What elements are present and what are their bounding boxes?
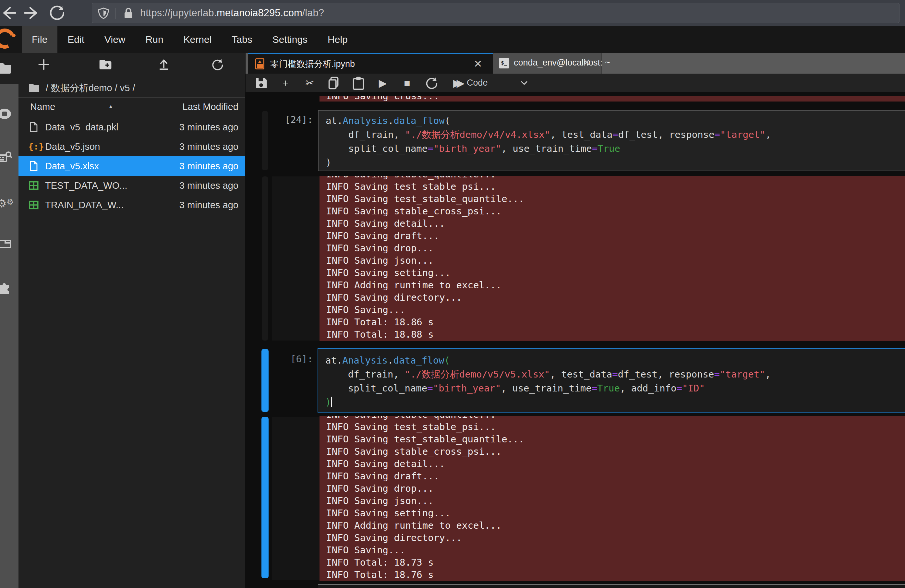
terminal-icon: $_ (499, 58, 509, 68)
output-line: INFO Saving draft... (326, 470, 905, 482)
sidebar-item-extension-manager[interactable] (0, 271, 19, 302)
output-line: INFO Saving... (326, 544, 905, 556)
app-logo-icon[interactable] (0, 25, 18, 51)
menu-item-file[interactable]: File (22, 26, 57, 53)
file-row[interactable]: {:}Data_v5.json3 minutes ago (19, 137, 245, 156)
active-code-cell[interactable]: at.Analysis.data_flow( df_train, "./数据分析… (318, 348, 905, 412)
menu-item-kernel[interactable]: Kernel (173, 26, 222, 53)
interrupt-kernel-button[interactable]: ■ (400, 76, 414, 90)
code-editor[interactable]: at.Analysis.data_flow( df_train, "./数据分析… (319, 111, 905, 170)
shield-icon[interactable] (98, 8, 109, 19)
output-line: INFO Saving directory... (326, 291, 905, 304)
output-collapser[interactable] (262, 176, 268, 341)
add-cell-button[interactable]: + (278, 76, 293, 90)
breadcrumb-path[interactable]: / 数据分析demo / v5 / (46, 81, 135, 95)
output-line: INFO Saving stable_quantile... (326, 176, 905, 180)
save-button[interactable] (254, 76, 268, 90)
new-folder-button[interactable] (98, 57, 113, 72)
notebook-icon (255, 59, 264, 70)
menu-item-run[interactable]: Run (136, 26, 173, 53)
chevron-down-icon[interactable] (521, 81, 528, 85)
paste-cells-button[interactable] (351, 76, 366, 90)
restart-run-all-button[interactable]: ▶▶ (448, 76, 463, 90)
file-modified: 3 minutes ago (179, 176, 238, 195)
output-prompt-column (272, 417, 319, 580)
code-line: ) (325, 156, 905, 170)
back-icon[interactable] (0, 4, 17, 22)
sidebar-item-property-inspector[interactable]: ⚙⚙ (0, 187, 19, 218)
output-line: INFO Saving test_stable_psi... (326, 421, 905, 433)
cut-cells-button[interactable]: ✂ (302, 76, 317, 90)
file-modified: 3 minutes ago (179, 156, 238, 176)
file-row[interactable]: Data_v5_data.pkl3 minutes ago (19, 117, 245, 137)
output-line: INFO Saving detail... (326, 458, 905, 470)
reload-icon[interactable] (48, 4, 66, 22)
column-divider (134, 98, 134, 116)
sidebar-item-file-browser[interactable] (0, 53, 19, 84)
code-line: ) (325, 395, 905, 409)
lock-icon[interactable] (123, 8, 133, 19)
output-line: INFO Saving test_stable_quantile... (326, 433, 905, 445)
tab-inactive[interactable]: $_conda_env@localhost: ~✕ (493, 53, 602, 74)
sort-ascending-icon[interactable]: ▲ (108, 98, 114, 116)
tabs-icon (0, 236, 12, 251)
new-launcher-button[interactable] (37, 57, 51, 72)
file-modified: 3 minutes ago (179, 117, 238, 137)
output-line: INFO Saving drop... (326, 242, 905, 254)
close-icon[interactable]: ✕ (473, 54, 482, 74)
output-line: INFO Saving setting... (326, 507, 905, 519)
url-bar[interactable]: https://jupyterlab.metanoia8295.com/lab? (92, 3, 899, 23)
output-line: INFO Saving test_stable_psi... (326, 180, 905, 193)
file-browser-toolbar (19, 53, 245, 76)
cell-type-dropdown[interactable]: Code (467, 74, 488, 92)
output-line: INFO Adding runtime to excel... (326, 519, 905, 532)
browser-chrome: https://jupyterlab.metanoia8295.com/lab? (0, 0, 905, 26)
spreadsheet-file-icon (28, 180, 39, 191)
output-line: INFO Total: 18.86 s (326, 316, 905, 328)
forward-icon[interactable] (23, 4, 41, 22)
code-cell[interactable]: at.Analysis.data_flow( df_train, "./数据分析… (318, 110, 905, 171)
column-last-modified[interactable]: Last Modified (183, 98, 239, 116)
menu-item-edit[interactable]: Edit (57, 26, 94, 53)
run-button[interactable]: ▶ (375, 76, 390, 90)
breadcrumb[interactable]: / 数据分析demo / v5 / (19, 81, 245, 95)
file-list: Data_v5_data.pkl3 minutes ago{:}Data_v5.… (19, 117, 245, 215)
output-line: INFO Saving drop... (326, 482, 905, 494)
file-icon (28, 160, 39, 171)
cell-output-stderr: INFO Saving stable_quantile...INFO Savin… (319, 176, 905, 341)
sidebar-item-open-tabs[interactable] (0, 228, 19, 259)
tab-active[interactable]: 零门槛数据分析.ipynb✕ (248, 53, 493, 74)
file-modified: 3 minutes ago (179, 195, 238, 215)
output-line: INFO Saving test_stable_quantile... (326, 193, 905, 205)
copy-cells-button[interactable] (327, 76, 341, 90)
file-row[interactable]: Data_v5.xlsx3 minutes ago (19, 156, 245, 176)
file-row[interactable]: TRAIN_DATA_W...3 minutes ago (19, 195, 245, 215)
file-list-header: Name ▲ Last Modified (19, 97, 245, 116)
output-line: INFO Saving draft... (326, 230, 905, 242)
folder-icon (28, 82, 40, 94)
file-modified: 3 minutes ago (179, 137, 238, 156)
json-file-icon: {:} (28, 141, 39, 152)
sidebar-item-running-kernels[interactable] (0, 98, 19, 129)
column-name[interactable]: Name (30, 98, 55, 116)
restart-kernel-button[interactable] (424, 76, 439, 90)
file-row[interactable]: TEST_DATA_WO...3 minutes ago (19, 176, 245, 195)
sidebar-item-command-palette[interactable] (0, 142, 19, 173)
code-line: split_col_name="birth_year", use_train_t… (325, 142, 905, 156)
url-divider (116, 8, 116, 19)
menu-bar: FileEditViewRunKernelTabsSettingsHelp (0, 26, 905, 53)
file-name: Data_v5.json (45, 137, 100, 156)
upload-button[interactable] (157, 57, 171, 72)
menu-item-help[interactable]: Help (318, 26, 358, 53)
menu-item-tabs[interactable]: Tabs (222, 26, 262, 53)
code-line: df_train, "./数据分析demo/v4/v4.xlsx", test_… (325, 128, 905, 142)
code-editor[interactable]: at.Analysis.data_flow( df_train, "./数据分析… (318, 349, 905, 409)
url-text: https://jupyterlab.metanoia8295.com/lab? (140, 3, 324, 23)
output-text: INFO Saving stable_quantile...INFO Savin… (319, 416, 905, 581)
menu-item-view[interactable]: View (94, 26, 135, 53)
refresh-button[interactable] (210, 57, 224, 72)
close-icon[interactable]: ✕ (582, 53, 591, 72)
code-line: at.Analysis.data_flow( (325, 114, 905, 128)
menu-item-settings[interactable]: Settings (262, 26, 318, 53)
active-output-collapser[interactable] (262, 417, 268, 578)
